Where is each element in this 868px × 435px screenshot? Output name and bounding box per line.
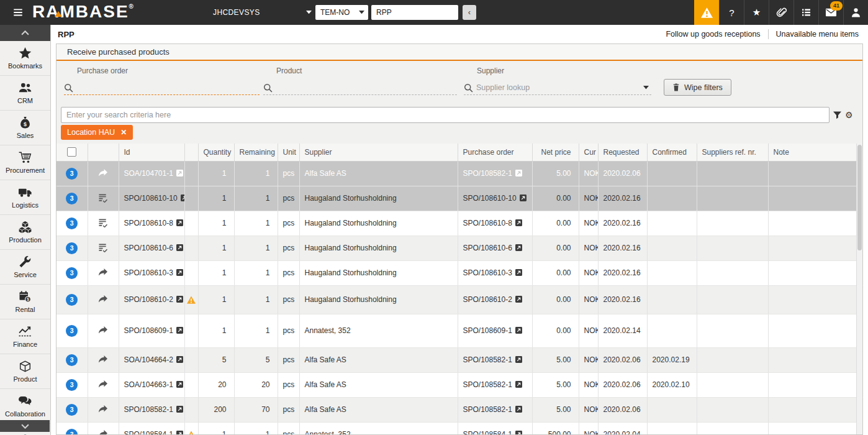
document-link[interactable]: SPO/108609-1	[463, 326, 522, 335]
favorites-button[interactable]: ★	[744, 0, 769, 25]
document-link[interactable]: SPO/108610-2	[124, 295, 183, 304]
external-link-icon[interactable]	[515, 296, 522, 303]
external-link-icon[interactable]	[515, 219, 522, 226]
external-link-icon[interactable]	[176, 269, 183, 276]
table-row[interactable]: 3SPO/108610-611pcsHaugaland Storhusholdn…	[57, 236, 856, 260]
col-header-currency[interactable]: Cur	[579, 144, 598, 161]
document-link[interactable]: SPO/108582-1	[463, 355, 522, 364]
col-header-purchase_order[interactable]: Purchase order	[458, 144, 532, 161]
document-link[interactable]: SPO/108609-1	[124, 326, 183, 335]
document-link[interactable]: SPO/108610-3	[124, 268, 183, 277]
help-button[interactable]: ?	[719, 0, 744, 25]
external-link-icon[interactable]	[515, 269, 522, 276]
external-link-icon[interactable]	[515, 356, 522, 363]
external-link-icon[interactable]	[515, 381, 522, 388]
document-link[interactable]: SOA/104663-1	[124, 380, 183, 389]
sidebar-item-product[interactable]: Product	[0, 354, 50, 389]
sidebar-item-procurement[interactable]: Procurement	[0, 145, 50, 180]
external-link-icon[interactable]	[176, 356, 183, 363]
close-icon[interactable]: ✕	[120, 128, 127, 137]
external-link-icon[interactable]	[515, 327, 522, 334]
status-badge[interactable]: 3	[66, 294, 78, 306]
search-criteria-input[interactable]	[61, 107, 830, 123]
status-badge[interactable]: 3	[66, 379, 78, 391]
external-link-icon[interactable]	[515, 170, 522, 176]
col-header-suppliers_ref[interactable]: Suppliers ref. nr.	[697, 144, 768, 161]
document-link[interactable]: SPO/108610-10	[463, 194, 527, 203]
status-badge[interactable]: 3	[66, 242, 78, 254]
external-link-icon[interactable]	[181, 195, 184, 201]
table-row[interactable]: 3SPO/108609-111pcsAnnatest, 352SPO/10860…	[57, 314, 856, 347]
col-header-note[interactable]: Note	[768, 144, 856, 161]
col-header-id[interactable]: Id	[119, 144, 184, 161]
purchase-order-input[interactable]	[76, 81, 260, 94]
warning-triangle-icon[interactable]	[187, 431, 196, 435]
col-header-net_price[interactable]: Net price	[532, 144, 579, 161]
external-link-icon[interactable]	[176, 219, 183, 226]
external-link-icon[interactable]	[176, 406, 183, 413]
document-link[interactable]: SPO/108584-1	[124, 430, 183, 434]
table-row[interactable]: 3SPO/108584-111pcsAnnatest, 352SPO/10858…	[57, 422, 856, 434]
document-link[interactable]: SPO/108582-1	[124, 405, 183, 414]
document-link[interactable]: SPO/108582-1	[463, 405, 522, 414]
table-row[interactable]: 3SPO/108610-1011pcsHaugaland Storhushold…	[57, 186, 856, 211]
col-header-unit[interactable]: Unit	[278, 144, 299, 161]
sidebar-item-service[interactable]: Service	[0, 250, 50, 285]
document-link[interactable]: SPO/108582-1	[463, 169, 522, 178]
messages-button[interactable]: 41	[818, 0, 843, 25]
sidebar-item-logistics[interactable]: Logistics	[0, 180, 50, 215]
program-search-input[interactable]	[371, 5, 458, 20]
document-link[interactable]: SPO/108610-2	[463, 295, 522, 304]
document-link[interactable]: SPO/108582-1	[463, 380, 522, 389]
wipe-filters-button[interactable]: Wipe filters	[664, 79, 731, 96]
chevron-down-icon[interactable]	[643, 86, 649, 89]
gear-icon[interactable]: ⚙	[845, 111, 854, 120]
col-header-select[interactable]	[57, 144, 88, 161]
unavailable-menu-items-link[interactable]: Unavailable menu items	[776, 30, 859, 39]
collapse-search-button[interactable]: ‹	[463, 5, 476, 20]
col-header-rowicon[interactable]	[88, 144, 119, 161]
table-row[interactable]: 3SOA/104664-255pcsAlfa Safe ASSPO/108582…	[57, 347, 856, 372]
col-header-confirmed[interactable]: Confirmed	[647, 144, 697, 161]
document-link[interactable]: SOA/104701-1	[124, 169, 183, 178]
status-badge[interactable]: 3	[66, 267, 78, 279]
external-link-icon[interactable]	[176, 327, 183, 334]
filter-funnel-icon[interactable]	[833, 111, 842, 120]
select-all-checkbox[interactable]	[67, 147, 76, 157]
col-header-supplier[interactable]: Supplier	[299, 144, 458, 161]
supplier-lookup-input[interactable]	[476, 81, 641, 94]
system-selector[interactable]: JHCDEVSYS	[213, 8, 260, 17]
table-row[interactable]: 3SOA/104663-12020pcsAlfa Safe ASSPO/1085…	[57, 372, 856, 397]
scrollbar-thumb[interactable]	[857, 145, 862, 250]
warning-triangle-icon[interactable]	[187, 296, 196, 304]
table-row[interactable]: 3SPO/108610-211pcsHaugaland Storhusholdn…	[57, 285, 856, 314]
sidebar-scroll-down[interactable]	[0, 420, 50, 432]
document-link[interactable]: SPO/108610-10	[124, 194, 185, 203]
sidebar-scroll-up[interactable]	[0, 25, 50, 41]
sidebar-item-collaboration[interactable]: Collaboration	[0, 389, 50, 424]
document-link[interactable]: SOA/104664-2	[124, 355, 183, 364]
status-badge[interactable]: 3	[66, 168, 78, 180]
external-link-icon[interactable]	[176, 381, 183, 388]
col-header-requested[interactable]: Requested	[598, 144, 647, 161]
table-row[interactable]: 3SPO/108610-811pcsHaugaland Storhusholdn…	[57, 211, 856, 236]
follow-up-goods-receptions-link[interactable]: Follow up goods receptions	[666, 30, 760, 39]
task-list-button[interactable]	[793, 0, 818, 25]
document-link[interactable]: SPO/108610-6	[463, 244, 522, 252]
external-link-icon[interactable]	[176, 296, 183, 303]
table-row[interactable]: 3SPO/108610-311pcsHaugaland Storhusholdn…	[57, 260, 856, 285]
document-link[interactable]: SPO/108610-8	[463, 219, 522, 227]
document-link[interactable]: SPO/108610-8	[124, 219, 183, 227]
status-badge[interactable]: 3	[66, 404, 78, 416]
external-link-icon[interactable]	[176, 244, 183, 251]
col-header-quantity[interactable]: Quantity	[198, 144, 234, 161]
user-profile-button[interactable]	[843, 0, 868, 25]
status-badge[interactable]: 3	[66, 325, 78, 337]
sidebar-item-sales[interactable]: $Sales	[0, 111, 50, 145]
company-select[interactable]: TEM-NO	[315, 5, 368, 20]
external-link-icon[interactable]	[176, 431, 183, 434]
table-row[interactable]: 3SPO/108582-120070pcsAlfa Safe ASSPO/108…	[57, 397, 856, 422]
vertical-scrollbar[interactable]	[856, 144, 862, 434]
col-header-warn[interactable]	[184, 144, 198, 161]
document-link[interactable]: SPO/108610-3	[463, 268, 522, 277]
